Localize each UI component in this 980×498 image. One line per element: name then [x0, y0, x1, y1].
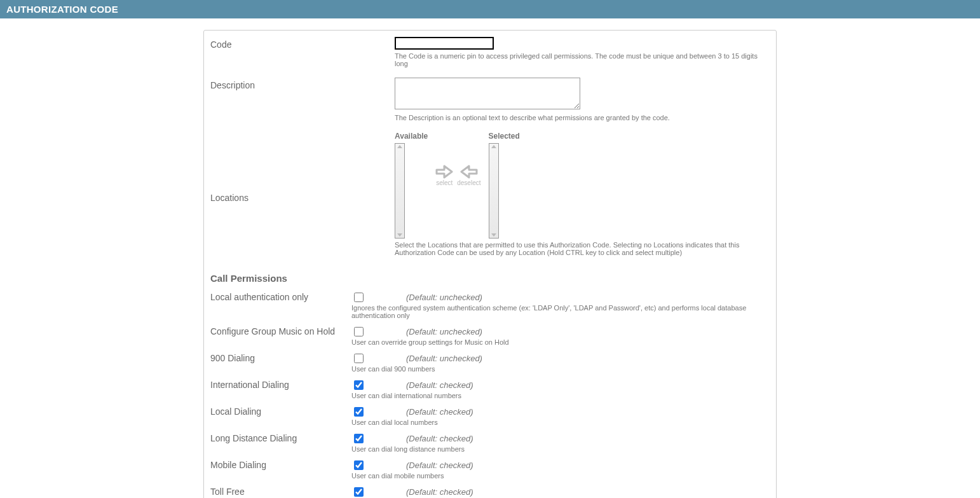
- permission-help: Ignores the configured system authentica…: [351, 304, 770, 319]
- permission-label: 900 Dialing: [210, 353, 351, 363]
- select-button[interactable]: select: [435, 165, 453, 186]
- permission-label: Long Distance Dialing: [210, 433, 351, 443]
- permission-label: Toll Free: [210, 487, 351, 497]
- permission-label: Configure Group Music on Hold: [210, 326, 351, 336]
- code-help: The Code is a numeric pin to access priv…: [395, 52, 770, 67]
- page-title: AUTHORIZATION CODE: [6, 4, 118, 15]
- description-row: Description The Description is an option…: [210, 78, 770, 129]
- permission-checkbox[interactable]: [354, 327, 364, 336]
- permission-default: (Default: unchecked): [406, 293, 482, 302]
- permission-default: (Default: checked): [406, 434, 473, 443]
- arrow-left-icon: [460, 165, 478, 179]
- arrow-right-icon: [435, 165, 453, 179]
- permission-help: User can dial mobile numbers: [351, 472, 770, 480]
- permission-label: Mobile Dialing: [210, 460, 351, 470]
- code-input[interactable]: [395, 37, 494, 50]
- permission-default: (Default: unchecked): [406, 354, 482, 363]
- locations-label: Locations: [210, 193, 395, 203]
- permission-help: User can dial 900 numbers: [351, 365, 770, 373]
- permission-label: Local authentication only: [210, 292, 351, 302]
- permission-row: Mobile Dialing(Default: checked): [210, 457, 770, 473]
- scroll-down-icon: [397, 233, 402, 237]
- permission-label: International Dialing: [210, 380, 351, 390]
- permission-help: User can dial local numbers: [351, 418, 770, 426]
- permission-default: (Default: unchecked): [406, 327, 482, 336]
- permission-default: (Default: checked): [406, 407, 473, 417]
- select-label: select: [436, 179, 453, 186]
- permissions-list: Local authentication only(Default: unche…: [210, 289, 770, 498]
- permission-row: International Dialing(Default: checked): [210, 377, 770, 393]
- permission-row: Long Distance Dialing(Default: checked): [210, 430, 770, 446]
- scroll-up-icon: [491, 145, 496, 148]
- permission-row: Toll Free(Default: checked): [210, 483, 770, 498]
- code-row: Code The Code is a numeric pin to access…: [210, 37, 770, 75]
- permission-checkbox[interactable]: [354, 293, 364, 302]
- deselect-label: deselect: [457, 179, 480, 186]
- permission-row: Local Dialing(Default: checked): [210, 403, 770, 420]
- permission-checkbox[interactable]: [354, 407, 364, 417]
- permission-row: Configure Group Music on Hold(Default: u…: [210, 323, 770, 340]
- deselect-button[interactable]: deselect: [457, 165, 480, 186]
- available-listbox[interactable]: [395, 143, 405, 239]
- selected-listbox[interactable]: [489, 143, 499, 239]
- locations-row: Locations Available select: [210, 132, 770, 264]
- permission-row: 900 Dialing(Default: unchecked): [210, 350, 770, 366]
- permission-checkbox[interactable]: [354, 487, 364, 497]
- permission-default: (Default: checked): [406, 460, 473, 470]
- selected-label: Selected: [489, 132, 520, 141]
- permission-checkbox[interactable]: [354, 434, 364, 443]
- code-label: Code: [210, 37, 395, 50]
- call-permissions-title: Call Permissions: [210, 273, 770, 284]
- authorization-code-panel: Code The Code is a numeric pin to access…: [203, 30, 777, 498]
- permission-checkbox[interactable]: [354, 354, 364, 363]
- description-input[interactable]: [395, 78, 580, 109]
- locations-dual-list: Available select: [395, 132, 770, 239]
- description-help: The Description is an optional text to d…: [395, 114, 770, 121]
- permission-checkbox[interactable]: [354, 460, 364, 470]
- description-label: Description: [210, 78, 395, 90]
- permission-help: User can override group settings for Mus…: [351, 338, 770, 346]
- permission-default: (Default: checked): [406, 380, 473, 390]
- scroll-down-icon: [491, 233, 496, 237]
- permission-help: User can dial long distance numbers: [351, 445, 770, 453]
- permission-default: (Default: checked): [406, 487, 473, 497]
- permission-checkbox[interactable]: [354, 380, 364, 390]
- permission-label: Local Dialing: [210, 406, 351, 417]
- available-label: Available: [395, 132, 428, 141]
- scroll-up-icon: [397, 145, 402, 148]
- permission-row: Local authentication only(Default: unche…: [210, 289, 770, 305]
- permission-help: User can dial international numbers: [351, 392, 770, 399]
- locations-help: Select the Locations that are permitted …: [395, 241, 770, 256]
- page-header: AUTHORIZATION CODE: [0, 0, 980, 18]
